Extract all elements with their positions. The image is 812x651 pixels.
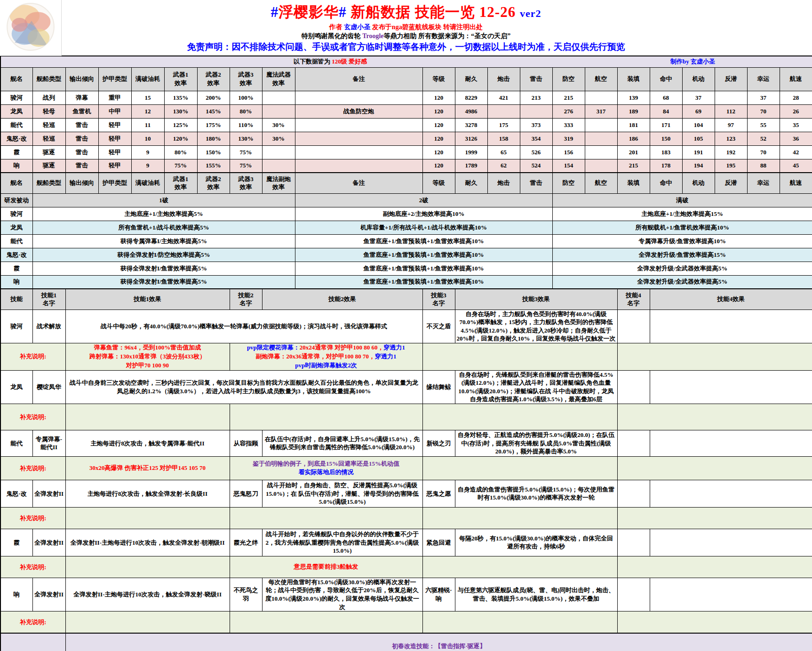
limit-break-2-header: 2破: [295, 193, 552, 207]
stat-value-cell: [262, 104, 295, 118]
table-row: 骏河战列弹幕重甲15135%200%100%120822942121321513…: [0, 91, 812, 104]
skill4-name-cell: [617, 480, 650, 507]
stat-value-cell: [295, 132, 422, 145]
break2-effect-cell: 机库容量+1/所有战斗机+1/战斗机效率提高10%: [295, 221, 552, 234]
rich-line: 弹幕鱼雷：96x4，受到100%雷击值加成: [67, 343, 228, 352]
stat-value-cell: 112: [715, 104, 747, 118]
skill1-effect-cell: 全弹发射II-主炮每进行10次攻击，触发全弹发射-晓级II: [65, 578, 230, 611]
stat-value-cell: 75%: [230, 145, 262, 159]
skill2-name-cell: 霞光之绊: [230, 529, 262, 556]
stat-value-cell: 317: [585, 104, 617, 118]
stat-value-cell: 战列: [32, 91, 65, 104]
stat-value-cell: 104: [682, 118, 715, 132]
ship-name-cell: 响: [0, 578, 32, 611]
stat-value-cell: 36: [780, 132, 812, 145]
stat-column-header: 等级: [422, 67, 455, 91]
skill-column-header: 技能3效果: [455, 289, 617, 310]
stat-value-cell: 194: [682, 159, 715, 173]
table-row: 补充说明:: [0, 404, 812, 430]
disclaimer-line: 免责声明：因不排除技术问题、手误或者官方临时调整等各种意外，一切数据以上线时为准…: [187, 41, 625, 53]
stat-value-cell: 雷击: [65, 118, 98, 132]
stat-value-cell: 70: [747, 145, 780, 159]
table-row: 霞获得全弹发射I/鱼雷效率提高5%鱼雷底座+1/鱼雷预装填+1/鱼雷效率提高10…: [0, 262, 812, 275]
stat-value-cell: 45: [780, 159, 812, 173]
skill2-name-cell: 恶鬼怒刀: [230, 480, 262, 507]
stat-value-cell: 158: [487, 132, 520, 145]
stat-value-cell: 120: [422, 145, 455, 159]
ship-name-cell: 响: [0, 275, 32, 289]
stat-column-header-2: 舰名: [0, 173, 32, 193]
stat-column-header-2: 武器3 效率: [230, 173, 262, 193]
text-segment: 看实际落地后的情况: [299, 468, 354, 476]
stat-column-header-2: 满破油耗: [131, 173, 164, 193]
rich-line: 鉴于伯明翰的例子，到底是15%回避率还是15%机动值: [231, 460, 421, 468]
text-segment: 意思是需要前排3船触发: [294, 563, 358, 570]
ship-name-cell: 龙凤: [0, 370, 32, 404]
text-segment: 作者: [329, 24, 344, 31]
skill-column-header: 技能1 名字: [32, 289, 65, 310]
stat-value-cell: 276: [552, 104, 585, 118]
data-grid: 以下数据皆为 120级 爱好感制作by 玄虚小圣舰名舰船类型输出倾向护甲类型满破…: [0, 56, 812, 651]
skill2-name-cell: 不死鸟之羽: [230, 578, 262, 611]
skill-column-header: 技能4 名字: [617, 289, 650, 310]
table-row: 以下数据皆为 120级 爱好感制作by 玄虚小圣: [0, 56, 812, 67]
stat-value-cell: [487, 104, 520, 118]
text-segment: 以下数据皆为: [294, 58, 332, 65]
text-segment: #: [339, 4, 347, 20]
stat-value-cell: 1789: [455, 159, 487, 173]
stat-value-cell: 52: [747, 132, 780, 145]
ship-name-cell: 龙凤: [0, 221, 32, 234]
ship-name-cell: 骏河: [0, 91, 32, 104]
rich-line: 意思是需要前排3船触发: [231, 563, 421, 572]
table-row: 舰名舰船类型输出倾向护甲类型满破油耗武器1 效率武器2 效率武器3 效率魔法副炮…: [0, 173, 812, 193]
skill1-effect-cell: 战斗中每20秒，有40.0%(满级70.0%)概率触发一轮弹幕(威力依据技能等级…: [65, 310, 422, 343]
stat-value-cell: 55: [747, 118, 780, 132]
skill1-name-cell: 全弹发射II: [32, 578, 65, 611]
stat-value-cell: 中甲: [98, 104, 131, 118]
stat-value-cell: [262, 91, 295, 104]
limit-break-3-header: 满破: [552, 193, 812, 207]
stat-column-header-2: 雷击: [520, 173, 552, 193]
stat-column-header-2: 反潜: [715, 173, 747, 193]
stat-value-cell: 30%: [262, 132, 295, 145]
stat-column-header-2: 机动: [682, 173, 715, 193]
stat-value-cell: 215: [617, 159, 650, 173]
stat-value-cell: 125%: [164, 118, 197, 132]
skill3-name-cell: 缘结舞鲸: [422, 370, 455, 404]
break3-effect-cell: 专属弹幕升级/鱼雷效率提高10%: [552, 234, 812, 248]
break1-effect-cell: 获得专属弹幕I/主炮效率提高5%: [32, 234, 295, 248]
ship-name-cell: 能代: [0, 118, 32, 132]
text-segment: Troogle: [362, 32, 383, 40]
supplement-note-cell: [230, 404, 422, 430]
text-segment: 30x20高爆弹 伤害补正125 对护甲145 105 70: [89, 464, 206, 471]
break2-effect-cell: 鱼雷底座+1/鱼雷预装填+1/鱼雷效率提高10%: [295, 262, 552, 275]
table-row: 研发被动1破2破满破: [0, 193, 812, 207]
stat-value-cell: 181: [617, 118, 650, 132]
break3-effect-cell: 全弹发射升级/全武器效率提高5%: [552, 275, 812, 289]
skill3-effect-cell: 每隔20秒，有15.0%(满级30.0%)的概率发动，自体完全回避所有攻击，持续…: [455, 529, 617, 556]
stat-column-header: 炮击: [487, 67, 520, 91]
stat-value-cell: 42: [780, 145, 812, 159]
skill4-effect-cell: [650, 480, 812, 507]
supplement-note-cell: [422, 404, 617, 430]
table-row: 技能技能1 名字技能1效果技能2 名字技能2效果技能3 名字技能3效果技能4 名…: [0, 289, 812, 310]
stat-value-cell: 97: [715, 118, 747, 132]
stat-value-cell: 213: [520, 91, 552, 104]
stat-value-cell: 171: [650, 118, 682, 132]
skill1-name-cell: 樱绽凤华: [32, 370, 65, 404]
text-segment: 浮樱影华: [279, 4, 339, 20]
table-row: 能代获得专属弹幕I/主炮效率提高5%鱼雷底座+1/鱼雷预装填+1/鱼雷效率提高1…: [0, 234, 812, 248]
text-segment: 发布于nga碧蓝航线板块 转请注明出处: [372, 24, 483, 31]
stat-value-cell: 155%: [197, 159, 230, 173]
stat-value-cell: 雷击: [65, 132, 98, 145]
thanks-line: 特别鸣谢黑化的齿轮 Troogle等鼎力相助 所有数据来源为：“圣女の天启”: [302, 32, 511, 41]
stat-value-cell: 35: [780, 118, 812, 132]
break1-effect-cell: 主炮底座+1/主炮效率提高5%: [32, 207, 295, 221]
supplement-note-cell: 意思是需要前排3船触发: [230, 556, 422, 578]
skill2-effect-cell: 战斗开始时，自身炮击、防空、反潜属性提高5.0%(满级15.0%)；在 队伍中(…: [262, 480, 422, 507]
skill3-name-cell: 新锐之刃: [422, 430, 455, 456]
skill4-effect-cell: [650, 529, 812, 556]
supplement-note-cell: [422, 611, 617, 633]
skill1-effect-cell: 主炮每进行8次攻击，触发全弹发射-长良级II: [65, 480, 230, 507]
skill-column-header: 技能2 名字: [230, 289, 262, 310]
